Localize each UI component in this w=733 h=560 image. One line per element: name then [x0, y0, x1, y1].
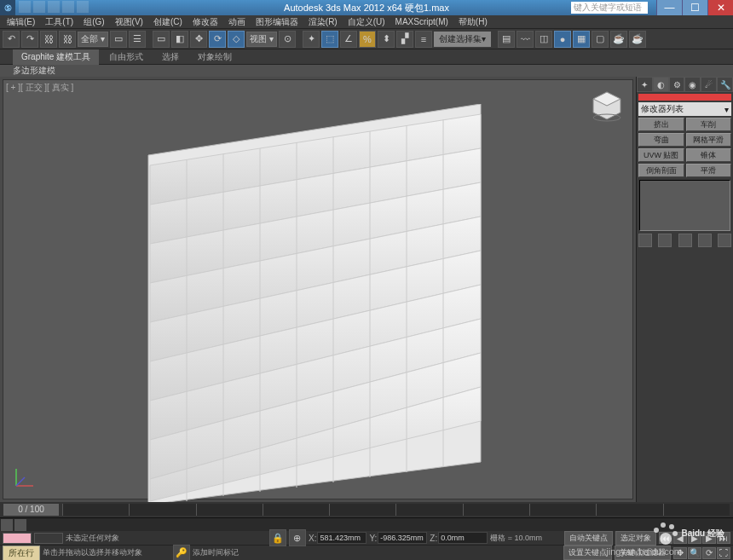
maximize-button[interactable]: ☐	[682, 0, 707, 15]
set-key-button[interactable]: 设置关键点	[563, 546, 612, 560]
menu-edit[interactable]: 编辑(E)	[3, 16, 39, 28]
configure-sets-button[interactable]	[718, 234, 731, 247]
named-selection-dropdown[interactable]: 创建选择集 ▾	[434, 32, 491, 47]
display-tab-icon[interactable]: ☄	[701, 77, 717, 92]
menu-help[interactable]: 帮助(H)	[454, 16, 492, 28]
modifier-taper-button[interactable]: 锥体	[686, 148, 732, 162]
qat-new-icon[interactable]	[19, 1, 31, 13]
time-slider-handle[interactable]: 0 / 100	[3, 504, 59, 516]
select-scale-button[interactable]: ◇	[228, 31, 245, 48]
percent-snap-button[interactable]: %	[359, 31, 376, 48]
trackbar-key-icon[interactable]	[14, 519, 26, 531]
remove-modifier-button[interactable]	[698, 234, 712, 247]
render-button[interactable]: ☕	[610, 31, 627, 48]
create-tab-icon[interactable]: ✦	[637, 77, 653, 92]
modifier-list-dropdown[interactable]: 修改器列表▾	[638, 102, 731, 116]
modifier-uvwmap-button[interactable]: UVW 贴图	[638, 148, 684, 162]
menu-group[interactable]: 组(G)	[79, 16, 108, 28]
location-button[interactable]: 所在行	[3, 546, 40, 561]
menu-tools[interactable]: 工具(T)	[41, 16, 78, 28]
menu-animation[interactable]: 动画	[224, 16, 250, 28]
spinner-snap-button[interactable]: ⬍	[378, 31, 395, 48]
time-track[interactable]	[62, 504, 730, 516]
menu-rendering[interactable]: 渲染(R)	[304, 16, 342, 28]
qat-open-icon[interactable]	[33, 1, 45, 13]
object-color-swatch[interactable]	[638, 94, 731, 101]
close-button[interactable]: ✕	[707, 0, 733, 15]
align-button[interactable]: ≡	[415, 31, 432, 48]
pin-stack-button[interactable]	[638, 234, 652, 247]
modifier-lathe-button[interactable]: 车削	[686, 118, 732, 131]
ribbon-panel-label[interactable]: 多边形建模	[0, 65, 733, 77]
schematic-view-button[interactable]: ◫	[535, 31, 552, 48]
viewport[interactable]: [ + ][ 正交 ][ 真实 ]	[3, 79, 633, 499]
selection-lock-button[interactable]: 🔒	[269, 529, 286, 546]
select-region-rect-icon[interactable]: ▭	[153, 31, 170, 48]
coord-x-input[interactable]	[317, 532, 366, 544]
menu-graph-editors[interactable]: 图形编辑器	[251, 16, 303, 28]
auto-key-button[interactable]: 自动关键点	[564, 531, 613, 546]
utilities-tab-icon[interactable]: 🔧	[717, 77, 733, 92]
absolute-relative-button[interactable]: ⊕	[289, 529, 306, 546]
angle-snap-button[interactable]: ∠	[340, 31, 357, 48]
coord-y-input[interactable]	[378, 532, 427, 544]
viewcube[interactable]	[590, 89, 624, 123]
reference-coord-dropdown[interactable]: 视图▾	[246, 32, 277, 47]
redo-button[interactable]: ↷	[21, 31, 38, 48]
ribbon-tab-selection[interactable]: 选择	[153, 49, 188, 65]
menu-customize[interactable]: 自定义(U)	[343, 16, 390, 28]
mirror-button[interactable]: ▞	[396, 31, 413, 48]
material-editor-button[interactable]: ●	[554, 31, 571, 48]
show-end-result-button[interactable]	[658, 234, 672, 247]
undo-button[interactable]: ↶	[3, 31, 20, 48]
ribbon-tab-object-paint[interactable]: 对象绘制	[189, 49, 240, 65]
link-button[interactable]: ⛓	[40, 31, 57, 48]
render-setup-button[interactable]: ▦	[573, 31, 590, 48]
qat-redo-icon[interactable]	[77, 1, 89, 13]
menu-create[interactable]: 创建(C)	[149, 16, 187, 28]
qat-undo-icon[interactable]	[62, 1, 74, 13]
use-pivot-center-button[interactable]: ⊙	[279, 31, 296, 48]
select-move-button[interactable]: ✥	[190, 31, 207, 48]
motion-tab-icon[interactable]: ◉	[684, 77, 701, 92]
menu-modifiers[interactable]: 修改器	[188, 16, 222, 28]
modifier-stack[interactable]	[639, 180, 730, 231]
time-tag-button[interactable]: 🔑	[173, 545, 190, 561]
select-by-name-button[interactable]: ☰	[129, 31, 146, 48]
curve-editor-button[interactable]: 〰	[517, 31, 534, 48]
ribbon-tab-freeform[interactable]: 自由形式	[101, 49, 152, 65]
manipulate-button[interactable]: ✦	[303, 31, 320, 48]
nav-orbit-button[interactable]: ⟳	[702, 547, 716, 559]
qat-save-icon[interactable]	[48, 1, 60, 13]
time-slider[interactable]: 0 / 100	[0, 502, 733, 517]
modifier-extrude-button[interactable]: 挤出	[638, 118, 684, 131]
hierarchy-tab-icon[interactable]: ⚙	[669, 77, 685, 92]
modifier-meshsmooth-button[interactable]: 网格平滑	[686, 133, 732, 147]
selected-key-dropdown[interactable]: 选定对象	[615, 531, 656, 546]
add-time-tag-label[interactable]: 添加时间标记	[193, 547, 239, 558]
menu-views[interactable]: 视图(V)	[111, 16, 147, 28]
quick-render-button[interactable]: ☕	[629, 31, 646, 48]
nav-maximize-button[interactable]: ⛶	[717, 547, 730, 559]
modifier-smooth-button[interactable]: 平滑	[686, 164, 732, 177]
maxscript-swatch[interactable]	[34, 533, 63, 544]
viewport-label[interactable]: [ + ][ 正交 ][ 真实 ]	[6, 82, 73, 94]
snap-toggle-button[interactable]: ⬚	[321, 31, 338, 48]
selection-filter-dropdown[interactable]: 全部▾	[78, 32, 108, 47]
select-object-button[interactable]: ▭	[110, 31, 127, 48]
modify-tab-icon[interactable]: ◐	[653, 77, 669, 92]
render-frame-button[interactable]: ▢	[592, 31, 609, 48]
menu-maxscript[interactable]: MAXScript(M)	[391, 17, 453, 26]
trackbar-key-icon[interactable]	[1, 519, 13, 531]
track-bar[interactable]	[0, 517, 733, 531]
minimize-button[interactable]: —	[656, 0, 682, 15]
layer-manager-button[interactable]: ▤	[498, 31, 515, 48]
make-unique-button[interactable]	[678, 234, 692, 247]
select-rotate-button[interactable]: ⟳	[209, 31, 226, 48]
ribbon-tab-graphite[interactable]: Graphite 建模工具	[13, 49, 99, 65]
nav-zoom-button[interactable]: 🔍	[688, 547, 701, 559]
maxscript-swatch[interactable]	[3, 533, 32, 544]
window-crossing-button[interactable]: ◧	[171, 31, 188, 48]
modifier-bevel-profile-button[interactable]: 倒角剖面	[638, 164, 684, 177]
modifier-bend-button[interactable]: 弯曲	[638, 133, 684, 147]
